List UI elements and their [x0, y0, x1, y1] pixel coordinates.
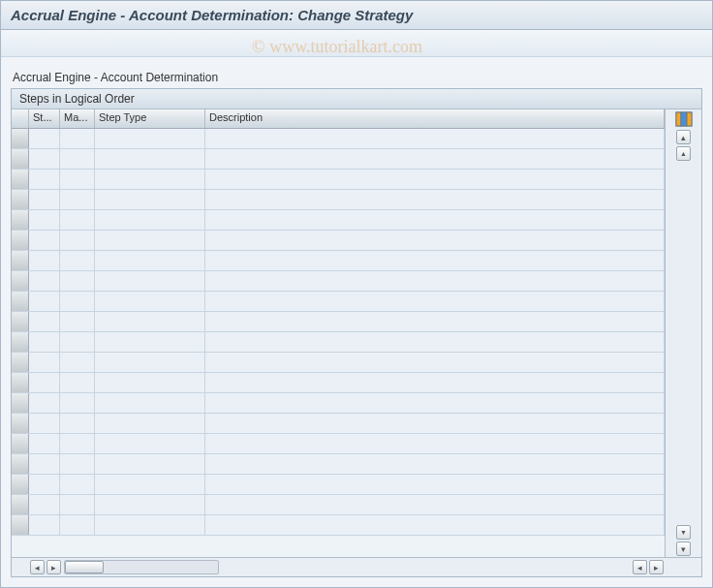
cell-step-type[interactable] — [95, 170, 205, 189]
table-row[interactable] — [12, 292, 665, 312]
table-row[interactable] — [12, 129, 665, 149]
cell-step-type[interactable] — [95, 129, 205, 148]
cell-ma[interactable] — [60, 231, 95, 250]
cell-ma[interactable] — [60, 414, 95, 433]
cell-step-type[interactable] — [95, 475, 205, 494]
table-row[interactable] — [12, 495, 665, 515]
table-row[interactable] — [12, 475, 665, 495]
hscroll-thumb[interactable] — [65, 561, 104, 573]
cell-step-type[interactable] — [95, 292, 205, 311]
table-row[interactable] — [12, 414, 665, 434]
cell-ma[interactable] — [60, 434, 95, 453]
table-row[interactable] — [12, 271, 665, 292]
cell-description[interactable] — [205, 149, 665, 169]
cell-description[interactable] — [205, 332, 665, 352]
table-row[interactable] — [12, 454, 665, 475]
cell-description[interactable] — [205, 515, 665, 535]
scroll-page-up-button[interactable]: ▲ — [676, 146, 691, 161]
scroll-down-button[interactable]: ▾ — [676, 542, 691, 556]
cell-st[interactable] — [29, 190, 60, 209]
table-row[interactable] — [12, 393, 665, 414]
cell-ma[interactable] — [60, 190, 95, 209]
table-row[interactable] — [12, 373, 665, 393]
row-selector[interactable] — [12, 251, 29, 270]
row-selector[interactable] — [12, 475, 29, 494]
cell-st[interactable] — [29, 454, 60, 474]
scroll-left-end-button[interactable]: ◂ — [633, 560, 647, 574]
column-step-type[interactable]: Step Type — [95, 109, 205, 128]
table-row[interactable] — [12, 190, 665, 210]
cell-st[interactable] — [29, 251, 60, 270]
table-row[interactable] — [12, 170, 665, 190]
table-row[interactable] — [12, 515, 665, 536]
cell-step-type[interactable] — [95, 454, 205, 474]
cell-step-type[interactable] — [95, 353, 205, 372]
cell-description[interactable] — [205, 454, 665, 474]
cell-st[interactable] — [29, 475, 60, 494]
row-selector[interactable] — [12, 129, 29, 148]
cell-st[interactable] — [29, 129, 60, 148]
row-selector[interactable] — [12, 454, 29, 474]
row-selector[interactable] — [12, 434, 29, 453]
cell-st[interactable] — [29, 434, 60, 453]
cell-step-type[interactable] — [95, 373, 205, 392]
cell-ma[interactable] — [60, 170, 95, 189]
scroll-page-down-button[interactable]: ▼ — [676, 525, 691, 540]
row-selector[interactable] — [12, 332, 29, 352]
column-ma[interactable]: Ma... — [60, 109, 95, 128]
cell-description[interactable] — [205, 312, 665, 331]
cell-step-type[interactable] — [95, 251, 205, 270]
cell-ma[interactable] — [60, 129, 95, 148]
cell-ma[interactable] — [60, 373, 95, 392]
row-selector[interactable] — [12, 292, 29, 311]
cell-st[interactable] — [29, 312, 60, 331]
row-selector[interactable] — [12, 170, 29, 189]
row-selector[interactable] — [12, 495, 29, 514]
cell-description[interactable] — [205, 170, 665, 189]
cell-st[interactable] — [29, 170, 60, 189]
row-selector[interactable] — [12, 393, 29, 413]
cell-description[interactable] — [205, 190, 665, 209]
scroll-left-button[interactable]: ◂ — [30, 560, 45, 574]
cell-st[interactable] — [29, 373, 60, 392]
cell-st[interactable] — [29, 332, 60, 352]
cell-description[interactable] — [205, 393, 665, 413]
cell-st[interactable] — [29, 210, 60, 230]
column-st[interactable]: St... — [29, 109, 60, 128]
cell-st[interactable] — [29, 515, 60, 535]
cell-step-type[interactable] — [95, 332, 205, 352]
cell-ma[interactable] — [60, 454, 95, 474]
cell-ma[interactable] — [60, 210, 95, 230]
table-row[interactable] — [12, 231, 665, 251]
cell-ma[interactable] — [60, 251, 95, 270]
cell-step-type[interactable] — [95, 393, 205, 413]
scroll-right-end-button[interactable]: ▸ — [649, 560, 664, 574]
row-selector[interactable] — [12, 271, 29, 291]
scroll-up-button[interactable]: ▴ — [676, 130, 691, 144]
cell-ma[interactable] — [60, 292, 95, 311]
hscroll-track[interactable] — [64, 560, 219, 574]
cell-st[interactable] — [29, 393, 60, 413]
cell-step-type[interactable] — [95, 231, 205, 250]
table-row[interactable] — [12, 210, 665, 231]
cell-st[interactable] — [29, 292, 60, 311]
cell-step-type[interactable] — [95, 210, 205, 230]
row-selector[interactable] — [12, 149, 29, 169]
row-selector[interactable] — [12, 190, 29, 209]
column-description[interactable]: Description — [205, 109, 665, 128]
table-row[interactable] — [12, 434, 665, 454]
row-selector[interactable] — [12, 353, 29, 372]
cell-step-type[interactable] — [95, 414, 205, 433]
table-row[interactable] — [12, 149, 665, 170]
cell-st[interactable] — [29, 149, 60, 169]
cell-step-type[interactable] — [95, 495, 205, 514]
cell-description[interactable] — [205, 373, 665, 392]
table-row[interactable] — [12, 312, 665, 332]
cell-ma[interactable] — [60, 149, 95, 169]
table-row[interactable] — [12, 332, 665, 353]
row-selector[interactable] — [12, 515, 29, 535]
cell-description[interactable] — [205, 495, 665, 514]
cell-st[interactable] — [29, 231, 60, 250]
cell-ma[interactable] — [60, 271, 95, 291]
cell-ma[interactable] — [60, 475, 95, 494]
